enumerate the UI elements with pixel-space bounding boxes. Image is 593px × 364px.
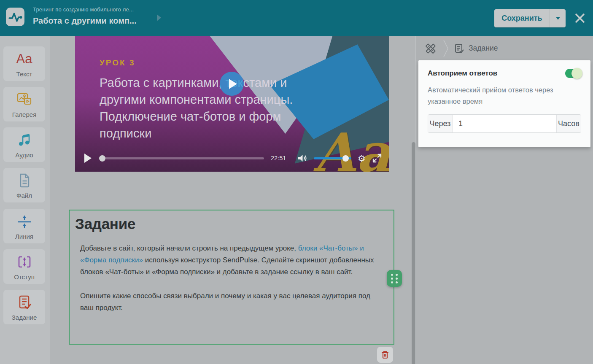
video-title-line: подписки (100, 125, 293, 142)
sidebar-item-text[interactable]: Aa Текст (3, 46, 45, 81)
sidebar-item-label: Задание (12, 314, 37, 321)
sidebar-item-label: Отступ (14, 273, 35, 280)
fullscreen-icon[interactable] (372, 153, 382, 163)
gallery-icon (16, 91, 33, 108)
top-header: Тренинг по созданию мобильного ле... Раб… (0, 0, 593, 36)
text-icon: Aa (16, 52, 32, 65)
breadcrumb: Тренинг по созданию мобильного ле... Раб… (33, 6, 137, 26)
sidebar-item-gallery[interactable]: Галерея (3, 87, 45, 121)
toggle-knob (571, 68, 582, 79)
tab-design[interactable] (424, 42, 437, 55)
scrollbar-thumb[interactable] (412, 142, 415, 364)
tab-label: Задание (469, 44, 498, 53)
assignment-block[interactable]: Задание Добавьте в сайт, который начали … (69, 210, 394, 345)
audio-icon (16, 132, 33, 148)
block-drag-handle[interactable] (387, 270, 402, 287)
line-icon (16, 213, 33, 230)
pulse-icon (6, 8, 24, 26)
volume-slider[interactable] (314, 157, 351, 159)
settings-gear-icon[interactable]: ⚙ (358, 154, 366, 163)
sidebar-item-label: Аудио (15, 151, 33, 159)
sidebar-item-assignment[interactable]: Задание (3, 290, 45, 324)
breadcrumb-lesson-title: Работа с другими комп... (33, 16, 137, 26)
interval-prefix-label: Через (428, 115, 452, 132)
sidebar-item-audio[interactable]: Аудио (3, 127, 45, 162)
video-play-overlay-button[interactable] (220, 72, 244, 96)
save-button[interactable]: Сохранить (494, 9, 550, 27)
sidebar-item-label: Линия (15, 233, 33, 240)
design-tools-icon (424, 42, 437, 55)
tab-separator (443, 39, 449, 58)
components-sidebar: Aa Текст Галерея (0, 36, 50, 364)
interval-value-input[interactable] (452, 115, 557, 132)
video-duration: 22:51 (271, 155, 289, 162)
close-icon (574, 12, 586, 24)
video-title-line: Работа с картинками, текстами и (100, 74, 293, 91)
assignment-text: Добавьте в сайт, который начали строить … (80, 244, 298, 252)
assignment-paragraph: Опишите какие способы связи выбрали и по… (80, 290, 380, 314)
sidebar-item-label: Файл (16, 192, 32, 199)
assignment-paragraph: Добавьте в сайт, который начали строить … (80, 243, 380, 278)
interval-input-group: Через Часов (428, 114, 581, 133)
sidebar-item-file[interactable]: Файл (3, 168, 45, 202)
video-player[interactable]: УРОК 3 Работа с картинками, текстами и д… (75, 36, 389, 172)
video-title-line: Подключение чат-ботов и форм (100, 108, 293, 125)
drag-dots-icon (391, 274, 398, 283)
sidebar-item-line[interactable]: Линия (3, 209, 45, 243)
trash-icon (380, 350, 390, 359)
settings-panel: Задание Автоприем ответов Автоматический… (415, 36, 593, 364)
save-split-button: Сохранить (494, 9, 566, 27)
course-editor: Тренинг по созданию мобильного ле... Раб… (0, 0, 593, 364)
breadcrumb-course-title: Тренинг по созданию мобильного ле... (33, 6, 137, 13)
interval-suffix-label: Часов (557, 115, 581, 132)
assignment-heading: Задание (75, 216, 394, 232)
play-button[interactable] (84, 154, 92, 163)
save-dropdown-button[interactable] (550, 9, 566, 27)
sidebar-item-label: Галерея (12, 111, 37, 118)
assignment-doc-icon (454, 43, 465, 54)
sidebar-item-spacing[interactable]: Отступ (3, 249, 45, 284)
spacing-icon (16, 253, 33, 270)
play-icon (229, 79, 237, 89)
progress-knob[interactable] (99, 155, 105, 162)
assignment-settings-card: Автоприем ответов Автоматический прийом … (418, 60, 590, 147)
video-controls: 22:51 ⚙ (75, 151, 389, 165)
video-progress-bar[interactable] (100, 157, 264, 159)
volume-knob[interactable] (342, 155, 349, 162)
settings-panel-tabs: Задание (416, 36, 593, 60)
file-icon (16, 172, 33, 189)
app-logo (6, 8, 24, 26)
delete-block-button[interactable] (377, 347, 393, 363)
breadcrumb-arrow-icon (157, 14, 161, 21)
lesson-badge: УРОК 3 (100, 58, 135, 67)
volume-icon[interactable] (297, 153, 308, 163)
auto-accept-toggle[interactable] (565, 69, 581, 78)
auto-accept-title: Автоприем ответов (428, 69, 497, 78)
close-button[interactable] (573, 12, 587, 25)
sidebar-item-label: Текст (16, 70, 32, 78)
video-title-line: другими компонентами страницы. (100, 91, 293, 108)
chevron-down-icon (556, 17, 560, 20)
assignment-icon (16, 294, 33, 311)
lesson-canvas: УРОК 3 Работа с картинками, текстами и д… (50, 36, 415, 364)
auto-accept-description: Автоматический прийом ответов через указ… (428, 84, 584, 107)
video-title: Работа с картинками, текстами и другими … (100, 74, 293, 142)
tab-assignment-settings[interactable]: Задание (454, 43, 498, 54)
